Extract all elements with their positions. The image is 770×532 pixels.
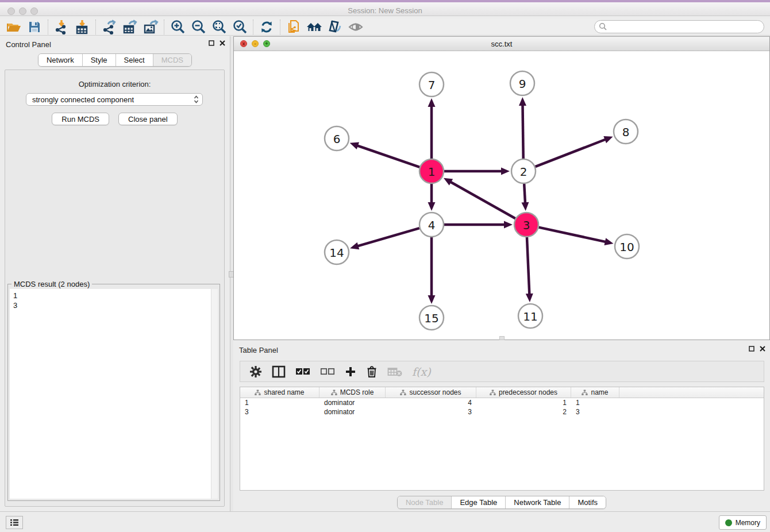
- zoom-fit-icon[interactable]: [209, 19, 229, 35]
- edge-arrowhead: [603, 136, 613, 143]
- node-label-14: 14: [329, 246, 344, 260]
- node-table[interactable]: shared nameMCDS rolesuccessor nodesprede…: [240, 387, 764, 491]
- network-graph: 7968124314101511: [234, 51, 769, 340]
- zoom-in-icon[interactable]: [167, 19, 188, 35]
- search-input[interactable]: [607, 21, 764, 32]
- tab-network[interactable]: Network: [38, 54, 82, 66]
- memory-button[interactable]: Memory: [719, 515, 767, 530]
- tab-style[interactable]: Style: [82, 54, 116, 66]
- tab-network-table[interactable]: Network Table: [505, 496, 569, 508]
- cell-name: 3: [571, 408, 619, 416]
- column-layout-icon[interactable]: [272, 364, 286, 379]
- edge-arrowhead: [501, 168, 510, 175]
- network-window: x - + scc.txt 7968124314101511: [233, 36, 770, 340]
- delete-trash-icon[interactable]: [366, 364, 378, 379]
- toolbar-separator: [280, 20, 280, 34]
- memory-status-dot: [725, 519, 732, 526]
- export-table-icon[interactable]: [120, 19, 140, 35]
- save-icon[interactable]: [24, 19, 45, 35]
- cell-shared-name: 3: [240, 408, 319, 416]
- tab-node-table[interactable]: Node Table: [398, 496, 452, 508]
- search-box[interactable]: [594, 20, 764, 33]
- node-label-15: 15: [424, 311, 438, 325]
- task-history-button[interactable]: [6, 516, 23, 529]
- node-label-7: 7: [428, 78, 436, 92]
- export-image-icon[interactable]: [140, 19, 161, 35]
- mcds-result-title: MCDS result (2 nodes): [11, 280, 92, 288]
- close-panel-icon[interactable]: [220, 40, 225, 46]
- network-window-titlebar[interactable]: x - + scc.txt: [234, 37, 769, 51]
- column-header-name[interactable]: name: [571, 387, 619, 398]
- export-network-icon[interactable]: [99, 19, 120, 35]
- canvas-grip[interactable]: [499, 336, 505, 340]
- zoom-out-icon[interactable]: [188, 19, 209, 35]
- control-panel-title: Control Panel: [6, 40, 51, 49]
- cell-predecessor-nodes: 2: [476, 408, 571, 416]
- edge-2-3[interactable]: [524, 184, 525, 204]
- table-row[interactable]: 1dominator411: [240, 398, 764, 407]
- search-icon: [599, 22, 607, 31]
- edge-4-14[interactable]: [357, 228, 419, 246]
- tab-mcds[interactable]: MCDS: [153, 54, 191, 66]
- edge-arrowhead: [428, 98, 436, 107]
- optimization-criterion-label: Optimization criterion:: [5, 80, 224, 88]
- main-toolbar: [0, 18, 770, 36]
- add-column-icon[interactable]: [345, 364, 356, 379]
- control-panel: Control Panel NetworkStyleSelectMCDS Opt…: [0, 36, 230, 511]
- edge-3-1[interactable]: [449, 182, 515, 219]
- control-panel-tabs: NetworkStyleSelectMCDS: [0, 53, 230, 67]
- edge-3-10[interactable]: [538, 228, 606, 242]
- table-row[interactable]: 3dominator323: [240, 407, 764, 417]
- mcds-result-text: 1 3: [13, 291, 209, 497]
- import-table-icon[interactable]: [72, 19, 93, 35]
- home-icon[interactable]: [304, 19, 325, 35]
- mcds-result-area[interactable]: 1 3: [10, 289, 218, 499]
- window-title: Session: New Session: [0, 6, 770, 15]
- cell-shared-name: 1: [240, 399, 319, 407]
- column-header-successor-nodes[interactable]: successor nodes: [386, 387, 476, 398]
- column-header-predecessor-nodes[interactable]: predecessor nodes: [476, 387, 571, 398]
- edge-3-11[interactable]: [527, 237, 529, 295]
- column-header-MCDS-role[interactable]: MCDS role: [319, 387, 386, 398]
- refresh-icon[interactable]: [256, 19, 277, 35]
- table-settings-gear-icon[interactable]: [249, 364, 262, 379]
- close-panel-button[interactable]: Close panel: [118, 113, 178, 125]
- float-table-panel-icon[interactable]: [749, 346, 754, 352]
- annotation-flag-icon[interactable]: [325, 19, 345, 35]
- edge-2-8[interactable]: [536, 139, 607, 167]
- tab-select[interactable]: Select: [116, 54, 153, 66]
- float-panel-icon[interactable]: [209, 40, 214, 46]
- network-title: scc.txt: [234, 40, 769, 48]
- select-all-icon[interactable]: [295, 364, 310, 379]
- open-folder-icon[interactable]: [3, 19, 24, 35]
- edge-1-6[interactable]: [356, 145, 419, 167]
- run-mcds-button[interactable]: Run MCDS: [52, 113, 109, 125]
- eye-icon[interactable]: [345, 19, 366, 35]
- column-label: shared name: [264, 388, 304, 396]
- network-canvas[interactable]: 7968124314101511: [234, 51, 769, 340]
- node-label-11: 11: [523, 310, 537, 323]
- chevron-up-down-icon: [194, 95, 199, 103]
- edge-2-9[interactable]: [522, 104, 523, 159]
- close-table-panel-icon[interactable]: [760, 346, 765, 352]
- deselect-all-icon[interactable]: [320, 364, 335, 379]
- memory-label: Memory: [736, 519, 760, 527]
- toolbar-separator: [48, 20, 48, 34]
- list-icon: [10, 519, 19, 526]
- copy-network-icon[interactable]: [283, 19, 304, 35]
- function-builder-icon: f(x): [412, 364, 431, 379]
- table-header-row: shared nameMCDS rolesuccessor nodesprede…: [240, 387, 764, 398]
- edge-arrowhead: [350, 142, 359, 149]
- criterion-select[interactable]: strongly connected component: [26, 93, 203, 106]
- column-label: successor nodes: [409, 388, 461, 396]
- zoom-selected-icon[interactable]: [229, 19, 250, 35]
- cell-name: 1: [571, 399, 619, 407]
- edge-arrowhead: [428, 202, 436, 211]
- mcds-result-scrollbar[interactable]: [211, 289, 218, 499]
- tab-motifs[interactable]: Motifs: [569, 496, 606, 508]
- tab-edge-table[interactable]: Edge Table: [451, 496, 505, 508]
- mcds-result-groupbox: MCDS result (2 nodes) 1 3: [7, 284, 220, 501]
- column-header-shared-name[interactable]: shared name: [240, 387, 319, 398]
- edge-arrowhead: [519, 97, 526, 106]
- import-network-icon[interactable]: [51, 19, 72, 35]
